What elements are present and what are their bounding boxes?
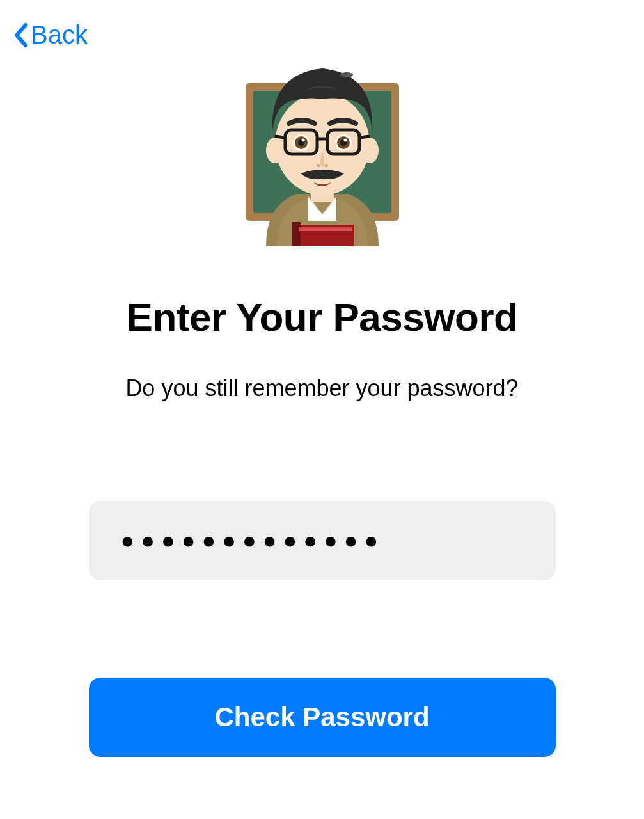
svg-point-23: [317, 164, 320, 167]
svg-rect-4: [299, 227, 352, 231]
svg-line-13: [275, 136, 285, 138]
svg-point-22: [343, 139, 347, 142]
page-title: Enter Your Password: [127, 294, 518, 340]
svg-point-6: [275, 93, 370, 195]
password-input[interactable]: ●●●●●●●●●●●●●: [89, 501, 556, 580]
check-password-button[interactable]: Check Password: [89, 678, 556, 757]
main-content: Enter Your Password Do you still remembe…: [0, 0, 644, 757]
password-mask: ●●●●●●●●●●●●●: [121, 527, 385, 554]
page-subtitle: Do you still remember your password?: [125, 375, 518, 402]
svg-point-21: [301, 139, 304, 142]
svg-point-9: [340, 72, 353, 77]
chevron-left-icon: [13, 22, 28, 48]
svg-rect-3: [292, 222, 301, 246]
back-button[interactable]: Back: [13, 20, 88, 49]
back-label: Back: [31, 20, 88, 49]
svg-point-24: [324, 164, 328, 167]
svg-point-7: [266, 138, 284, 163]
svg-point-8: [361, 138, 379, 163]
svg-line-14: [359, 136, 370, 138]
teacher-avatar-icon: [226, 54, 418, 246]
